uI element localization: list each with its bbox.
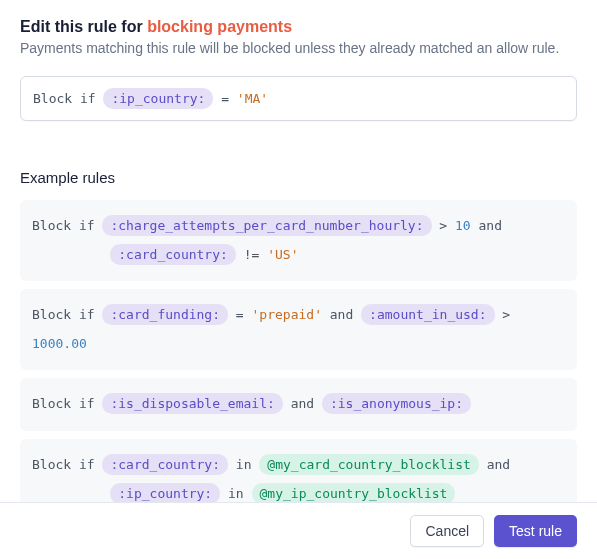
example-rules-heading: Example rules bbox=[20, 169, 577, 186]
number-token: 1000.00 bbox=[32, 336, 87, 351]
operator-token: > bbox=[502, 307, 510, 322]
attribute-token: :card_country: bbox=[110, 244, 236, 265]
list-token: @my_ip_country_blocklist bbox=[252, 483, 456, 504]
keyword-token: Block if bbox=[32, 307, 95, 322]
rule-attribute-token: :ip_country: bbox=[103, 88, 213, 109]
example-rule-line: Block if :charge_attempts_per_card_numbe… bbox=[32, 212, 565, 241]
example-rule-line: Block if :is_disposable_email: and :is_a… bbox=[32, 390, 565, 419]
string-token: 'prepaid' bbox=[252, 307, 322, 322]
rule-input[interactable]: Block if :ip_country: = 'MA' bbox=[20, 76, 577, 121]
attribute-token: :card_country: bbox=[102, 454, 228, 475]
example-rule-line: :card_country: != 'US' bbox=[32, 241, 565, 270]
example-rule-line: Block if :card_funding: = 'prepaid' and … bbox=[32, 301, 565, 358]
example-rule: Block if :charge_attempts_per_card_numbe… bbox=[20, 200, 577, 281]
string-token: 'US' bbox=[267, 247, 298, 262]
number-token: 10 bbox=[455, 218, 471, 233]
keyword-token: and bbox=[291, 396, 314, 411]
attribute-token: :card_funding: bbox=[102, 304, 228, 325]
attribute-token: :is_disposable_email: bbox=[102, 393, 282, 414]
list-token: @my_card_country_blocklist bbox=[259, 454, 479, 475]
keyword-token: in bbox=[236, 457, 252, 472]
keyword-token: and bbox=[479, 218, 502, 233]
title-prefix: Edit this rule for bbox=[20, 18, 147, 35]
keyword-token: Block if bbox=[32, 218, 95, 233]
example-rule: Block if :is_disposable_email: and :is_a… bbox=[20, 378, 577, 431]
operator-token: = bbox=[236, 307, 244, 322]
rule-value: 'MA' bbox=[237, 91, 268, 106]
page-title: Edit this rule for blocking payments bbox=[20, 18, 577, 36]
indent bbox=[32, 247, 102, 262]
operator-token: != bbox=[244, 247, 260, 262]
example-rule: Block if :card_funding: = 'prepaid' and … bbox=[20, 289, 577, 370]
attribute-token: :ip_country: bbox=[110, 483, 220, 504]
rule-keyword: Block if bbox=[33, 91, 96, 106]
keyword-token: Block if bbox=[32, 396, 95, 411]
rule-operator: = bbox=[221, 91, 229, 106]
keyword-token: Block if bbox=[32, 457, 95, 472]
operator-token: > bbox=[439, 218, 447, 233]
test-rule-button[interactable]: Test rule bbox=[494, 515, 577, 547]
indent bbox=[32, 486, 102, 501]
keyword-token: and bbox=[330, 307, 353, 322]
attribute-token: :charge_attempts_per_card_number_hourly: bbox=[102, 215, 431, 236]
example-rule-line: Block if :card_country: in @my_card_coun… bbox=[32, 451, 565, 480]
keyword-token: in bbox=[228, 486, 244, 501]
attribute-token: :is_anonymous_ip: bbox=[322, 393, 471, 414]
title-accent: blocking payments bbox=[147, 18, 292, 35]
keyword-token: and bbox=[487, 457, 510, 472]
attribute-token: :amount_in_usd: bbox=[361, 304, 494, 325]
page-subtitle: Payments matching this rule will be bloc… bbox=[20, 40, 577, 56]
cancel-button[interactable]: Cancel bbox=[410, 515, 484, 547]
footer-bar: Cancel Test rule bbox=[0, 502, 597, 559]
